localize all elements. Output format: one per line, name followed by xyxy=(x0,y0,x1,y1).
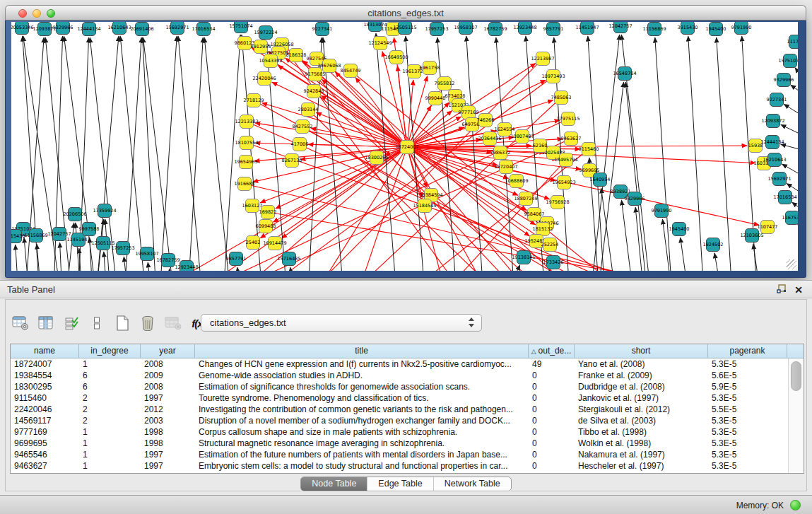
table-row[interactable]: 1830029562008Estimation of significance … xyxy=(11,381,804,392)
graph-edge[interactable] xyxy=(714,253,722,271)
delete-table-button[interactable] xyxy=(164,315,182,332)
graph-edge[interactable] xyxy=(655,37,672,271)
graph-node[interactable]: 9791990 xyxy=(731,22,752,35)
graph-node[interactable]: 12124549 xyxy=(368,37,392,50)
table-cell[interactable]: Hescheler et al. (1997) xyxy=(575,460,708,472)
graph-node[interactable]: 15692971 xyxy=(767,173,791,186)
table-cell[interactable]: Tibbo et al. (1998) xyxy=(575,426,708,438)
graph-edge[interactable] xyxy=(160,36,177,271)
table-cell[interactable]: 6 xyxy=(79,370,141,381)
window-zoom-button[interactable] xyxy=(47,9,55,18)
graph-edge[interactable] xyxy=(781,124,798,134)
table-cell[interactable]: 5.3E-5 xyxy=(708,460,787,472)
graph-edge[interactable] xyxy=(96,36,119,271)
table-cell[interactable]: Stergiakouli et al. (2012) xyxy=(575,404,708,415)
graph-node[interactable]: 169822 xyxy=(259,206,277,219)
table-cell[interactable]: 9115460 xyxy=(11,392,79,404)
table-row[interactable]: 1456911722003Disruption of a novel membe… xyxy=(11,415,804,426)
table-cell[interactable]: 1 xyxy=(79,449,141,460)
graph-edge[interactable] xyxy=(204,37,230,271)
table-cell[interactable]: Structural magnetic resonance image aver… xyxy=(195,438,529,449)
column-header-name[interactable]: name xyxy=(11,344,79,358)
table-cell[interactable]: 2009 xyxy=(141,370,195,381)
create-column-button[interactable] xyxy=(113,315,131,332)
table-cell[interactable]: Embryonic stem cells: a model to study s… xyxy=(195,460,529,472)
graph-node[interactable]: 15692971 xyxy=(165,22,189,35)
graph-node[interactable]: 9857791 xyxy=(226,252,247,266)
table-cell[interactable]: Estimation of the future numbers of pati… xyxy=(195,449,529,460)
graph-node[interactable]: 7485063 xyxy=(551,91,572,105)
table-cell[interactable]: 0 xyxy=(529,381,575,392)
graph-node[interactable]: 252254 xyxy=(541,238,559,252)
table-cell[interactable]: 2 xyxy=(79,404,141,415)
graph-node[interactable]: 19958107 xyxy=(454,22,477,35)
table-cell[interactable]: Yano et al. (2008) xyxy=(575,358,708,370)
graph-edge[interactable] xyxy=(321,95,407,147)
table-cell[interactable]: 2 xyxy=(79,392,141,404)
graph-node[interactable]: 20206506 xyxy=(63,208,86,221)
table-options-button[interactable] xyxy=(11,315,30,332)
column-header-short[interactable]: short xyxy=(575,344,708,358)
table-cell[interactable]: 1998 xyxy=(141,426,195,438)
table-cell[interactable]: Changes of HCN gene expression and I(f) … xyxy=(195,358,529,370)
window-titlebar[interactable]: citations_edges.txt xyxy=(5,5,806,21)
graph-edge[interactable] xyxy=(60,243,62,271)
table-cell[interactable]: 9465546 xyxy=(11,449,79,460)
graph-node[interactable]: 9857791 xyxy=(543,23,564,36)
table-cell[interactable]: 1998 xyxy=(141,438,195,449)
graph-node[interactable]: 20691406 xyxy=(130,23,153,36)
graph-node[interactable]: 9227341 xyxy=(312,23,333,36)
graph-node[interactable]: 22420046 xyxy=(252,72,276,86)
table-cell[interactable]: 5.3E-5 xyxy=(708,449,787,460)
table-cell[interactable]: 9777169 xyxy=(11,426,79,438)
table-cell[interactable]: Jankovic et al. (1997) xyxy=(575,392,708,404)
table-cell[interactable]: 5.3E-5 xyxy=(708,358,787,370)
column-header-year[interactable]: year xyxy=(141,344,195,358)
graph-node[interactable]: 8267130 xyxy=(282,154,302,168)
graph-edge[interactable] xyxy=(66,223,74,271)
window-minimize-button[interactable] xyxy=(33,9,41,18)
graph-node[interactable]: 12444134 xyxy=(77,23,100,36)
graph-node[interactable]: 417006 xyxy=(291,138,309,151)
graph-node[interactable]: 1916688 xyxy=(235,177,255,191)
graph-node[interactable]: 16782759 xyxy=(483,23,507,36)
table-cell[interactable]: 2008 xyxy=(141,358,195,370)
graph-node[interactable]: 17359924 xyxy=(93,204,116,218)
graph-node[interactable]: 10688609 xyxy=(505,175,528,188)
graph-node[interactable]: 12042757 xyxy=(608,22,632,33)
table-cell[interactable]: 5.3E-5 xyxy=(708,392,787,404)
column-header-title[interactable]: title xyxy=(195,344,529,358)
table-cell[interactable]: Disruption of a novel member of a sodium… xyxy=(195,415,529,426)
row-selector-button[interactable] xyxy=(88,315,106,332)
table-cell[interactable]: 1997 xyxy=(141,460,195,472)
column-header-out_de[interactable]: △out_de... xyxy=(529,344,575,358)
graph-node[interactable]: 19958107 xyxy=(135,247,158,261)
graph-edge[interactable] xyxy=(795,68,798,78)
graph-edge[interactable] xyxy=(124,37,141,271)
graph-node[interactable]: 9463627 xyxy=(561,132,582,146)
tab-edge-table[interactable]: Edge Table xyxy=(367,477,433,491)
table-cell[interactable]: Tourette syndrome. Phenomenology and cla… xyxy=(195,392,529,404)
table-cell[interactable]: 0 xyxy=(529,392,575,404)
graph-edge[interactable] xyxy=(681,238,688,271)
graph-node[interactable]: 6099488 xyxy=(256,220,276,233)
graph-node[interactable]: 9329966 xyxy=(774,74,794,87)
graph-node[interactable]: 2803144 xyxy=(298,103,319,117)
graph-node[interactable]: 1107477 xyxy=(758,221,778,234)
graph-node[interactable]: 16649500 xyxy=(384,51,408,64)
table-cell[interactable]: 1997 xyxy=(141,392,195,404)
graph-node[interactable]: 1945400 xyxy=(669,223,690,236)
table-cell[interactable]: 9699695 xyxy=(11,438,79,449)
table-cell[interactable]: 1 xyxy=(79,460,141,472)
table-row[interactable]: 946554611997Estimation of the future num… xyxy=(11,449,804,460)
graph-node[interactable]: 15751074 xyxy=(778,54,798,68)
graph-node[interactable]: 20053346 xyxy=(11,22,34,35)
graph-edge[interactable] xyxy=(242,35,262,271)
graph-node[interactable]: 1945400 xyxy=(706,23,726,36)
show-columns-button[interactable] xyxy=(37,315,55,332)
table-cell[interactable]: Corpus callosum shape and size in male p… xyxy=(195,426,529,438)
graph-node[interactable]: 25402 xyxy=(246,236,261,250)
table-row[interactable]: 1872400712008Changes of HCN gene express… xyxy=(11,358,804,370)
graph-node[interactable]: 8454749 xyxy=(341,64,361,78)
graph-node[interactable]: 11156869 xyxy=(642,23,666,36)
